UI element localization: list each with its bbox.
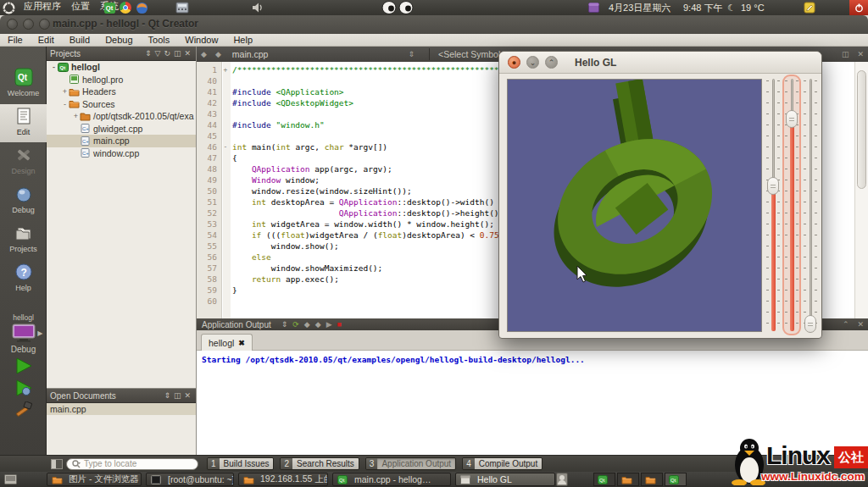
tree-item-optqtsdk2010.05qtexa[interactable]: +/opt/qtsdk-2010.05/qt/exa <box>47 110 196 123</box>
go-back-icon[interactable]: ◆ <box>197 50 211 58</box>
maximize-output-icon[interactable]: ⌃ <box>838 320 854 329</box>
tray-user-icon[interactable] <box>556 472 568 487</box>
go-forward-icon[interactable]: ◆ <box>211 50 225 58</box>
tree-item-glwidget.cpp[interactable]: C+glwidget.cpp <box>47 123 196 136</box>
debug-run-button[interactable] <box>0 379 47 398</box>
panel-menu-位置[interactable]: 位置 <box>66 0 95 15</box>
chrome-launcher-icon[interactable] <box>120 0 131 15</box>
hellogl-maximize-button[interactable]: ⌃ <box>545 56 558 69</box>
gl-slider-1[interactable] <box>766 77 780 333</box>
taskbar-item-window[interactable]: Hello GL <box>455 473 555 486</box>
split-editor-icon[interactable]: ◫ <box>837 50 854 58</box>
run-button[interactable] <box>0 357 47 376</box>
combo-arrows-icon[interactable]: ⇕ <box>143 49 153 58</box>
opengl-viewport[interactable] <box>507 79 762 332</box>
menu-edit[interactable]: Edit <box>31 35 62 45</box>
expander-icon[interactable]: + <box>72 112 80 120</box>
tree-item-main.cpp[interactable]: C+main.cpp <box>47 135 196 147</box>
target-selector-icon[interactable]: ▶ <box>11 324 36 344</box>
filter-icon[interactable]: ▽ <box>153 49 162 58</box>
workspace-cell-3[interactable] <box>641 473 663 486</box>
panel-clock-date[interactable]: 4月23日星期六 <box>604 0 676 15</box>
expander-icon[interactable]: - <box>50 63 58 71</box>
fold-marker-icon[interactable]: + <box>220 64 231 75</box>
output-tab-hellogl[interactable]: hellogl ✖ <box>201 334 253 351</box>
menu-help[interactable]: Help <box>225 35 260 45</box>
tree-item-hellogl.pro[interactable]: hellogl.pro <box>47 74 196 86</box>
menu-tools[interactable]: Tools <box>141 35 178 45</box>
qt-launcher-icon[interactable]: Qt <box>103 0 116 15</box>
close-editor-icon[interactable]: ✕ <box>853 50 868 58</box>
tree-item-Sources[interactable]: -Sources <box>47 98 196 111</box>
target-expand-arrow-icon[interactable]: ▶ <box>37 329 42 337</box>
next-item-icon[interactable]: ◆ <box>315 320 321 329</box>
taskbar-item-folder[interactable]: 图片 - 文件浏览器 <box>47 473 142 486</box>
editor-scrollbar[interactable] <box>854 62 868 318</box>
window-close-button[interactable] <box>7 19 18 30</box>
slider-handle[interactable] <box>804 315 816 333</box>
mode-welcome[interactable]: QtWelcome <box>0 65 47 103</box>
slider-handle[interactable] <box>786 110 798 128</box>
taskbar-item-folder[interactable]: 192.168.1.55 上的… <box>238 473 328 486</box>
fold-marker-icon[interactable]: - <box>220 141 231 152</box>
workspace-cell-2[interactable] <box>617 473 639 486</box>
menu-build[interactable]: Build <box>62 35 97 45</box>
gl-slider-3[interactable] <box>804 77 817 333</box>
browser-globe-icon[interactable] <box>136 0 148 15</box>
menu-file[interactable]: File <box>0 35 31 45</box>
output-button-compile-output[interactable]: 4Compile Output <box>462 457 542 470</box>
hellogl-titlebar[interactable]: ● ⌄ ⌃ Hello GL <box>499 52 821 74</box>
menu-debug[interactable]: Debug <box>97 35 140 45</box>
mode-projects[interactable]: Projects <box>0 221 47 259</box>
hellogl-close-button[interactable]: ● <box>508 56 520 69</box>
panel-menu-应用程序[interactable]: 应用程序 <box>19 0 66 15</box>
workspace-cell-4[interactable]: Qt <box>665 473 687 486</box>
power-icon[interactable] <box>849 0 868 15</box>
note-icon[interactable] <box>804 0 815 15</box>
expander-icon[interactable]: + <box>61 87 69 96</box>
scrollbar-thumb[interactable] <box>857 70 866 189</box>
combo-arrows-icon[interactable]: ⇕ <box>162 391 172 400</box>
output-button-search-results[interactable]: 2Search Results <box>280 457 359 470</box>
combo-arrows-icon[interactable]: ⇕ <box>281 320 288 329</box>
build-hammer-button[interactable] <box>0 401 47 420</box>
mode-help[interactable]: ?Help <box>0 260 47 298</box>
mode-debug[interactable]: Debug <box>0 182 47 220</box>
close-tab-icon[interactable]: ✖ <box>238 339 245 347</box>
window-maximize-button[interactable] <box>39 19 50 30</box>
prev-item-icon[interactable]: ◆ <box>304 320 310 329</box>
close-icon[interactable]: ✕ <box>182 391 192 400</box>
locator-input[interactable]: Type to locate <box>66 458 198 470</box>
menu-window[interactable]: Window <box>177 35 225 45</box>
panel-clock-time[interactable]: 9:48 下午 <box>678 0 727 15</box>
sidebar-toggle-icon[interactable] <box>51 459 63 469</box>
calculator-icon[interactable] <box>175 0 189 15</box>
taskbar-item-qt[interactable]: Qtmain.cpp - hellog… <box>332 473 451 486</box>
taskbar-item-terminal[interactable]: [root@ubuntu: ~] <box>146 473 234 486</box>
speaker-icon[interactable] <box>252 0 264 15</box>
expander-icon[interactable]: - <box>61 100 69 108</box>
window-minimize-button[interactable] <box>23 19 34 30</box>
show-desktop-icon[interactable] <box>2 473 19 485</box>
slider-handle[interactable] <box>767 177 779 195</box>
qtcreator-titlebar[interactable]: main.cpp - hellogl - Qt Creator <box>0 15 868 34</box>
tree-item-window.cpp[interactable]: C+window.cpp <box>47 147 196 160</box>
split-icon[interactable]: ◫ <box>172 391 183 400</box>
workspace-cell-1[interactable]: Qt <box>593 473 615 486</box>
hellogl-window[interactable]: ● ⌄ ⌃ Hello GL <box>498 51 822 339</box>
output-button-build-issues[interactable]: 1Build Issues <box>207 457 274 470</box>
run-icon[interactable]: ▶ <box>326 320 332 329</box>
sync-icon[interactable]: ↻ <box>162 49 172 58</box>
hellogl-minimize-button[interactable]: ⌄ <box>526 56 539 69</box>
open-file-combo[interactable]: main.cpp ⇕ <box>225 49 426 59</box>
gl-slider-2[interactable] <box>785 77 798 333</box>
open-doc-main.cpp[interactable]: main.cpp <box>47 403 196 415</box>
ubuntu-logo-icon[interactable] <box>3 0 15 15</box>
rerun-icon[interactable]: ⟳ <box>292 320 299 329</box>
split-icon[interactable]: ◫ <box>172 49 183 58</box>
close-icon[interactable]: ✕ <box>182 49 192 58</box>
tree-item-hellogl[interactable]: -Qthellogl <box>47 61 196 74</box>
window-selector-icon[interactable] <box>588 0 599 15</box>
application-output-body[interactable]: Starting /opt/qtsdk-2010.05/qt/examples/… <box>197 351 868 455</box>
stop-icon[interactable]: ■ <box>337 320 342 329</box>
